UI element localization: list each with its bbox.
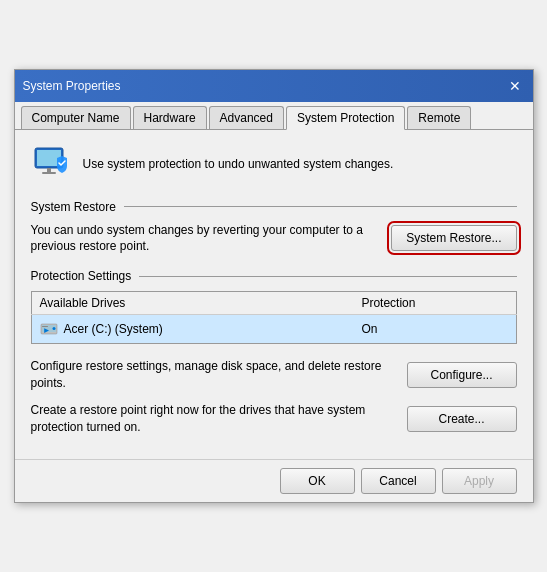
drive-icon — [40, 320, 58, 338]
svg-rect-3 — [42, 172, 56, 174]
ok-button[interactable]: OK — [280, 468, 355, 494]
create-button[interactable]: Create... — [407, 406, 517, 432]
title-bar: System Properties ✕ — [15, 70, 533, 102]
configure-button[interactable]: Configure... — [407, 362, 517, 388]
system-restore-label: System Restore — [31, 200, 517, 214]
system-restore-section: System Restore You can undo system chang… — [31, 200, 517, 256]
svg-point-6 — [52, 327, 55, 330]
col-protection: Protection — [353, 292, 516, 315]
tab-advanced[interactable]: Advanced — [209, 106, 284, 129]
table-header-row: Available Drives Protection — [31, 292, 516, 315]
header-section: Use system protection to undo unwanted s… — [31, 144, 517, 184]
system-restore-title: System Restore — [31, 200, 116, 214]
dialog-content: Use system protection to undo unwanted s… — [15, 130, 533, 460]
system-restore-button[interactable]: System Restore... — [391, 225, 516, 251]
system-properties-dialog: System Properties ✕ Computer Name Hardwa… — [14, 69, 534, 504]
tab-computer-name[interactable]: Computer Name — [21, 106, 131, 129]
restore-description: You can undo system changes by reverting… — [31, 222, 382, 256]
tab-remote[interactable]: Remote — [407, 106, 471, 129]
configure-section: Configure restore settings, manage disk … — [31, 358, 517, 435]
col-available-drives: Available Drives — [31, 292, 353, 315]
protection-settings-title: Protection Settings — [31, 269, 132, 283]
close-button[interactable]: ✕ — [505, 76, 525, 96]
drive-cell: Acer (C:) (System) — [31, 315, 353, 344]
protection-table: Available Drives Protection — [31, 291, 517, 344]
tab-system-protection[interactable]: System Protection — [286, 106, 405, 130]
table-row[interactable]: Acer (C:) (System) On — [31, 315, 516, 344]
create-row: Create a restore point right now for the… — [31, 402, 517, 436]
tabs-container: Computer Name Hardware Advanced System P… — [15, 102, 533, 130]
system-protection-icon — [31, 144, 71, 184]
dialog-footer: OK Cancel Apply — [15, 459, 533, 502]
protection-settings-label: Protection Settings — [31, 269, 517, 283]
section-divider-2 — [139, 276, 516, 277]
apply-button[interactable]: Apply — [442, 468, 517, 494]
drive-name: Acer (C:) (System) — [64, 322, 163, 336]
configure-description: Configure restore settings, manage disk … — [31, 358, 397, 392]
restore-inner: You can undo system changes by reverting… — [31, 222, 517, 256]
protection-status: On — [353, 315, 516, 344]
cancel-button[interactable]: Cancel — [361, 468, 436, 494]
dialog-title: System Properties — [23, 79, 121, 93]
protection-settings-section: Protection Settings Available Drives Pro… — [31, 269, 517, 344]
header-text: Use system protection to undo unwanted s… — [83, 157, 394, 171]
section-divider — [124, 206, 517, 207]
configure-row: Configure restore settings, manage disk … — [31, 358, 517, 392]
create-description: Create a restore point right now for the… — [31, 402, 397, 436]
drive-row: Acer (C:) (System) — [40, 320, 346, 338]
tab-hardware[interactable]: Hardware — [133, 106, 207, 129]
svg-rect-7 — [42, 326, 48, 327]
